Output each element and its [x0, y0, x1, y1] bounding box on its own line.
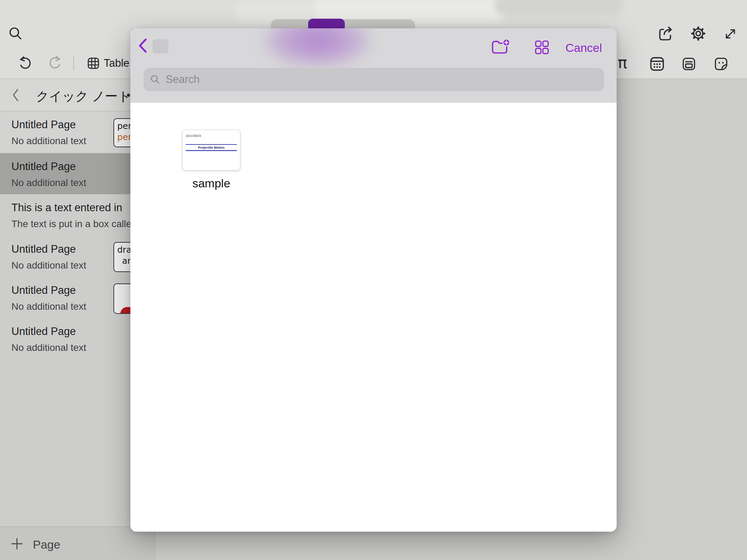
new-folder-icon	[491, 39, 510, 55]
search-input[interactable]	[166, 73, 598, 86]
notes-app: Table	[0, 0, 747, 560]
modal-search-bar[interactable]	[144, 68, 604, 91]
document-name: sample	[166, 177, 256, 190]
search-icon	[150, 74, 161, 85]
frosted-purple-glow	[265, 28, 369, 66]
modal-file-list: 2021/09/23 Projectile Motion sample	[130, 103, 617, 532]
cancel-button[interactable]: Cancel	[565, 41, 602, 55]
document-thumb-rule	[186, 150, 237, 151]
new-folder-button[interactable]	[491, 39, 510, 55]
document-item[interactable]: 2021/09/23 Projectile Motion sample	[182, 130, 240, 190]
document-thumb-date: 2021/09/23	[186, 134, 201, 138]
back-chevron-icon	[137, 37, 150, 54]
disabled-folder-ghost-icon	[153, 39, 168, 54]
document-thumb-title: Projectile Motion	[183, 146, 240, 149]
import-file-modal: Cancel 2021/09/23 Projectile Motion s	[130, 28, 617, 532]
grid-view-icon	[534, 40, 550, 55]
document-thumb-rule	[186, 144, 237, 145]
modal-header: Cancel	[130, 28, 617, 103]
grid-view-button[interactable]	[534, 40, 550, 55]
modal-back-button[interactable]	[137, 37, 150, 54]
document-thumbnail: 2021/09/23 Projectile Motion	[182, 130, 240, 170]
